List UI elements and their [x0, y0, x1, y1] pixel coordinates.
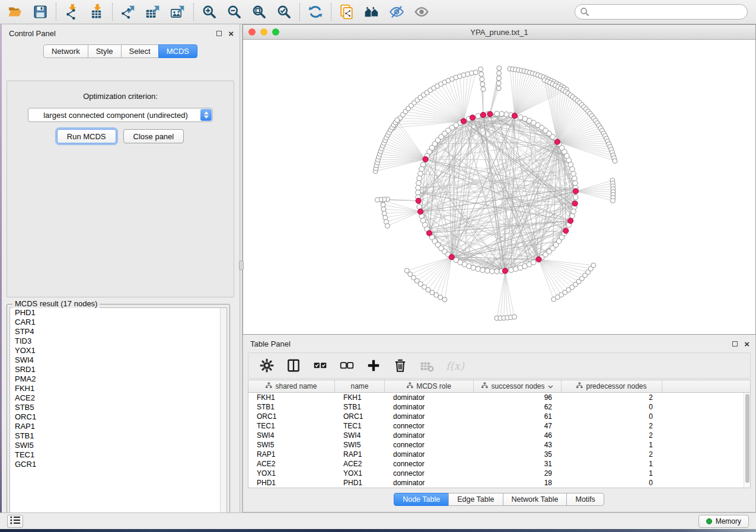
- table-cell: 1: [562, 441, 662, 449]
- tab-motifs[interactable]: Motifs: [566, 493, 604, 506]
- export-image-icon[interactable]: [170, 4, 186, 20]
- memory-button[interactable]: Memory: [698, 515, 749, 528]
- tab-edge-table[interactable]: Edge Table: [448, 493, 503, 506]
- mcds-result-item[interactable]: STB5: [10, 403, 227, 412]
- network-graph[interactable]: [243, 40, 755, 334]
- hide-selected-icon[interactable]: [388, 4, 405, 20]
- network-window-titlebar[interactable]: YPA_prune.txt_1: [243, 25, 755, 40]
- mcds-result-item[interactable]: SRD1: [10, 365, 227, 374]
- table-panel-close-icon[interactable]: ×: [744, 341, 749, 347]
- table-cell: 0: [562, 412, 662, 421]
- show-columns-icon[interactable]: [286, 358, 301, 373]
- add-icon[interactable]: [366, 358, 381, 373]
- mcds-result-item[interactable]: PMA2: [10, 374, 227, 384]
- optimization-criterion-select[interactable]: largest connected component (undirected): [28, 108, 213, 122]
- control-panel-close-icon[interactable]: ×: [228, 31, 234, 36]
- export-table-icon[interactable]: [145, 4, 161, 20]
- table-cell: PHD1: [248, 479, 335, 487]
- column-header-predecessor-nodes[interactable]: predecessor nodes: [562, 380, 662, 392]
- node-table: shared namenameMCDS rolesuccessor nodesp…: [248, 380, 751, 488]
- tasks-list-button[interactable]: [7, 515, 23, 528]
- mcds-result-item[interactable]: ACE2: [10, 393, 227, 403]
- table-row[interactable]: ACE2ACE2connector311: [248, 459, 750, 469]
- close-panel-button[interactable]: Close panel: [123, 129, 184, 143]
- table-cell: 31: [474, 460, 562, 468]
- run-mcds-button[interactable]: Run MCDS: [57, 129, 116, 143]
- table-cell: 2: [562, 393, 662, 402]
- tab-network[interactable]: Network: [43, 44, 88, 58]
- table-cell: dominator: [385, 393, 474, 402]
- toolbar-separator: [112, 3, 113, 21]
- deselect-all-rows-icon[interactable]: [339, 358, 355, 373]
- table-row[interactable]: STB1STB1dominator620: [248, 402, 750, 412]
- mcds-result-item[interactable]: TEC1: [10, 450, 227, 460]
- mcds-result-item[interactable]: STP4: [10, 327, 227, 336]
- network-canvas[interactable]: [243, 40, 755, 334]
- export-network-icon[interactable]: [120, 4, 136, 20]
- table-row[interactable]: ORC1ORC1dominator610: [248, 412, 750, 421]
- table-scrollbar[interactable]: [744, 393, 750, 488]
- tab-select[interactable]: Select: [121, 44, 159, 58]
- table-cell: connector: [385, 460, 474, 468]
- mcds-list-scrollbar[interactable]: [220, 308, 227, 517]
- column-header-MCDS-role[interactable]: MCDS role: [385, 380, 474, 392]
- table-cell: SWI4: [248, 431, 335, 440]
- mcds-result-item[interactable]: FKH1: [10, 384, 227, 393]
- mcds-result-item[interactable]: CAR1: [10, 318, 227, 327]
- tree-icon: [576, 382, 583, 390]
- table-row[interactable]: YOX1YOX1connector291: [248, 469, 750, 478]
- table-cell: RAP1: [335, 450, 385, 459]
- table-cell: 0: [562, 479, 662, 487]
- show-eye-icon[interactable]: [413, 4, 430, 20]
- tab-network-table[interactable]: Network Table: [503, 493, 567, 506]
- control-panel-tabs: NetworkStyleSelectMCDS: [44, 44, 197, 58]
- mcds-result-item[interactable]: STB1: [10, 431, 227, 441]
- tab-node-table[interactable]: Node Table: [394, 493, 449, 506]
- table-row[interactable]: RAP1RAP1dominator352: [248, 450, 750, 459]
- mcds-result-item[interactable]: SWI4: [10, 355, 227, 365]
- zoom-selected-icon[interactable]: [276, 4, 292, 20]
- table-cell: 2: [562, 431, 662, 440]
- table-row[interactable]: TEC1TEC1connector472: [248, 421, 750, 431]
- search-input[interactable]: [575, 4, 748, 20]
- mcds-result-item[interactable]: ORC1: [10, 412, 227, 422]
- tab-style[interactable]: Style: [88, 44, 122, 58]
- select-all-rows-icon[interactable]: [312, 358, 328, 373]
- column-header-successor-nodes[interactable]: successor nodes: [474, 380, 562, 392]
- table-cell: SWI4: [335, 431, 385, 440]
- column-header-shared-name[interactable]: shared name: [248, 380, 335, 392]
- mcds-result-item[interactable]: TID3: [10, 336, 227, 346]
- houses-icon[interactable]: [363, 4, 380, 20]
- mcds-result-item[interactable]: PHD1: [10, 308, 227, 318]
- splitter-handle-icon[interactable]: [239, 261, 244, 270]
- tab-mcds[interactable]: MCDS: [158, 44, 197, 58]
- column-label: MCDS role: [416, 382, 451, 390]
- zoom-in-icon[interactable]: [201, 4, 218, 20]
- refresh-icon[interactable]: [307, 4, 324, 20]
- table-row[interactable]: FKH1FKH1dominator962: [248, 393, 750, 402]
- mcds-result-item[interactable]: RAP1: [10, 422, 227, 431]
- import-network-icon[interactable]: [63, 4, 80, 20]
- mcds-result-list[interactable]: PHD1CAR1STP4TID3YOX1SWI4SRD1PMA2FKH1ACE2…: [9, 307, 227, 518]
- table-row[interactable]: SWI4SWI4dominator462: [248, 431, 750, 440]
- column-header-name[interactable]: name: [335, 380, 385, 392]
- table-cell: STB1: [248, 403, 335, 411]
- import-table-icon[interactable]: [88, 4, 105, 20]
- list-icon: [10, 515, 21, 527]
- table-settings-icon[interactable]: [259, 358, 275, 373]
- table-panel-float-icon[interactable]: [732, 341, 738, 347]
- table-row[interactable]: PHD1PHD1dominator180: [248, 478, 750, 488]
- save-session-icon[interactable]: [32, 4, 49, 20]
- table-scrollbar-thumb[interactable]: [745, 394, 749, 483]
- column-label: shared name: [275, 382, 317, 390]
- mcds-result-item[interactable]: SWI5: [10, 441, 227, 450]
- control-panel-float-icon[interactable]: [216, 31, 222, 36]
- mcds-result-item[interactable]: GCR1: [10, 460, 227, 469]
- zoom-out-icon[interactable]: [226, 4, 243, 20]
- open-folder-icon[interactable]: [7, 4, 24, 20]
- zoom-fit-icon[interactable]: [251, 4, 267, 20]
- delete-icon[interactable]: [393, 358, 408, 373]
- share-document-icon[interactable]: [339, 4, 355, 20]
- mcds-result-item[interactable]: YOX1: [10, 346, 227, 355]
- table-row[interactable]: SWI5SWI5connector431: [248, 440, 750, 450]
